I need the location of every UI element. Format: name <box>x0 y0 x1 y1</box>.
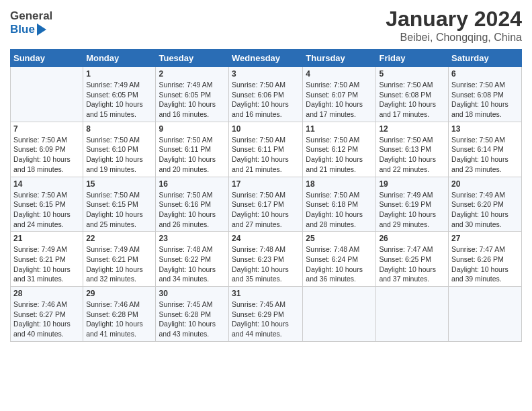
cell-info: Sunrise: 7:50 AM Sunset: 6:11 PM Dayligh… <box>232 135 300 175</box>
daylight-text: Daylight: 10 hours and 25 minutes. <box>86 210 143 228</box>
calendar-cell: 26 Sunrise: 7:47 AM Sunset: 6:25 PM Dayl… <box>376 232 449 287</box>
header-friday: Friday <box>376 50 449 67</box>
daylight-text: Daylight: 10 hours and 24 minutes. <box>13 210 71 228</box>
daylight-text: Daylight: 10 hours and 18 minutes. <box>13 155 71 173</box>
sunset-text: Sunset: 6:24 PM <box>306 255 358 263</box>
sunrise-text: Sunrise: 7:50 AM <box>451 136 505 144</box>
header-saturday: Saturday <box>449 50 522 67</box>
daylight-text: Daylight: 10 hours and 16 minutes. <box>159 100 216 118</box>
calendar-cell <box>11 67 83 122</box>
sunset-text: Sunset: 6:11 PM <box>159 145 211 153</box>
sunrise-text: Sunrise: 7:47 AM <box>379 245 433 253</box>
sunset-text: Sunset: 6:15 PM <box>86 200 138 208</box>
sunrise-text: Sunrise: 7:48 AM <box>159 245 212 253</box>
day-number: 10 <box>232 124 300 134</box>
calendar-cell: 4 Sunrise: 7:50 AM Sunset: 6:07 PM Dayli… <box>303 67 376 122</box>
cell-info: Sunrise: 7:50 AM Sunset: 6:08 PM Dayligh… <box>451 80 519 120</box>
daylight-text: Daylight: 10 hours and 43 minutes. <box>159 320 216 338</box>
calendar-cell: 3 Sunrise: 7:50 AM Sunset: 6:06 PM Dayli… <box>229 67 303 122</box>
daylight-text: Daylight: 10 hours and 18 minutes. <box>451 100 508 118</box>
day-number: 26 <box>379 234 445 243</box>
day-number: 18 <box>306 179 373 189</box>
sunset-text: Sunset: 6:21 PM <box>86 255 138 263</box>
calendar-table: Sunday Monday Tuesday Wednesday Thursday… <box>10 49 522 342</box>
logo-blue: Blue <box>10 23 35 36</box>
calendar-cell: 1 Sunrise: 7:49 AM Sunset: 6:05 PM Dayli… <box>83 67 156 122</box>
daylight-text: Daylight: 10 hours and 40 minutes. <box>13 320 71 338</box>
sunrise-text: Sunrise: 7:49 AM <box>86 245 140 253</box>
cell-info: Sunrise: 7:50 AM Sunset: 6:10 PM Dayligh… <box>86 135 152 175</box>
sunrise-text: Sunrise: 7:48 AM <box>306 245 359 253</box>
calendar-cell: 24 Sunrise: 7:48 AM Sunset: 6:23 PM Dayl… <box>229 232 303 287</box>
day-number: 3 <box>232 69 300 79</box>
calendar-week-row: 7 Sunrise: 7:50 AM Sunset: 6:09 PM Dayli… <box>11 122 522 177</box>
sunset-text: Sunset: 6:28 PM <box>86 310 138 318</box>
sunrise-text: Sunrise: 7:50 AM <box>86 136 140 144</box>
day-number: 29 <box>86 289 152 298</box>
calendar-cell: 21 Sunrise: 7:49 AM Sunset: 6:21 PM Dayl… <box>11 232 83 287</box>
sunset-text: Sunset: 6:08 PM <box>379 91 431 99</box>
header: General Blue January 2024 Beibei, Chongq… <box>10 7 522 44</box>
day-number: 16 <box>159 179 226 189</box>
cell-info: Sunrise: 7:48 AM Sunset: 6:23 PM Dayligh… <box>232 244 300 284</box>
sunrise-text: Sunrise: 7:50 AM <box>232 191 285 199</box>
day-number: 25 <box>306 234 373 243</box>
daylight-text: Daylight: 10 hours and 29 minutes. <box>379 210 436 228</box>
calendar-cell: 18 Sunrise: 7:50 AM Sunset: 6:18 PM Dayl… <box>303 177 376 232</box>
daylight-text: Daylight: 10 hours and 35 minutes. <box>232 265 289 283</box>
cell-info: Sunrise: 7:50 AM Sunset: 6:12 PM Dayligh… <box>306 135 373 175</box>
cell-info: Sunrise: 7:50 AM Sunset: 6:11 PM Dayligh… <box>159 135 226 175</box>
day-number: 7 <box>13 124 80 134</box>
sunset-text: Sunset: 6:08 PM <box>451 91 504 99</box>
calendar-cell: 7 Sunrise: 7:50 AM Sunset: 6:09 PM Dayli… <box>11 122 83 177</box>
calendar-cell: 8 Sunrise: 7:50 AM Sunset: 6:10 PM Dayli… <box>83 122 156 177</box>
cell-info: Sunrise: 7:50 AM Sunset: 6:09 PM Dayligh… <box>13 135 80 175</box>
daylight-text: Daylight: 10 hours and 34 minutes. <box>159 265 216 283</box>
day-number: 30 <box>159 289 226 298</box>
day-number: 9 <box>159 124 226 134</box>
cell-info: Sunrise: 7:50 AM Sunset: 6:08 PM Dayligh… <box>379 80 445 120</box>
cell-info: Sunrise: 7:49 AM Sunset: 6:21 PM Dayligh… <box>86 244 152 284</box>
daylight-text: Daylight: 10 hours and 32 minutes. <box>86 265 143 283</box>
daylight-text: Daylight: 10 hours and 26 minutes. <box>159 210 216 228</box>
cell-info: Sunrise: 7:50 AM Sunset: 6:14 PM Dayligh… <box>451 135 519 175</box>
cell-info: Sunrise: 7:49 AM Sunset: 6:20 PM Dayligh… <box>451 190 519 230</box>
calendar-cell: 25 Sunrise: 7:48 AM Sunset: 6:24 PM Dayl… <box>303 232 376 287</box>
calendar-cell: 12 Sunrise: 7:50 AM Sunset: 6:13 PM Dayl… <box>376 122 449 177</box>
sunset-text: Sunset: 6:15 PM <box>13 200 66 208</box>
cell-info: Sunrise: 7:48 AM Sunset: 6:22 PM Dayligh… <box>159 244 226 284</box>
calendar-cell: 6 Sunrise: 7:50 AM Sunset: 6:08 PM Dayli… <box>449 67 522 122</box>
sunrise-text: Sunrise: 7:46 AM <box>13 300 67 308</box>
calendar-cell: 9 Sunrise: 7:50 AM Sunset: 6:11 PM Dayli… <box>156 122 229 177</box>
sunrise-text: Sunrise: 7:50 AM <box>306 191 359 199</box>
day-number: 12 <box>379 124 445 134</box>
cell-info: Sunrise: 7:50 AM Sunset: 6:06 PM Dayligh… <box>232 80 300 120</box>
sunrise-text: Sunrise: 7:49 AM <box>451 191 505 199</box>
cell-info: Sunrise: 7:49 AM Sunset: 6:19 PM Dayligh… <box>379 190 445 230</box>
daylight-text: Daylight: 10 hours and 23 minutes. <box>451 155 508 173</box>
sunset-text: Sunset: 6:05 PM <box>159 91 211 99</box>
day-number: 5 <box>379 69 445 79</box>
sunset-text: Sunset: 6:27 PM <box>13 310 66 318</box>
calendar-week-row: 21 Sunrise: 7:49 AM Sunset: 6:21 PM Dayl… <box>11 232 522 287</box>
cell-info: Sunrise: 7:49 AM Sunset: 6:05 PM Dayligh… <box>86 80 152 120</box>
daylight-text: Daylight: 10 hours and 30 minutes. <box>451 210 508 228</box>
daylight-text: Daylight: 10 hours and 41 minutes. <box>86 320 143 338</box>
sunrise-text: Sunrise: 7:49 AM <box>159 81 212 89</box>
sunrise-text: Sunrise: 7:48 AM <box>232 245 285 253</box>
calendar-cell <box>303 287 376 342</box>
cell-info: Sunrise: 7:50 AM Sunset: 6:07 PM Dayligh… <box>306 80 373 120</box>
day-number: 28 <box>13 289 80 298</box>
sunrise-text: Sunrise: 7:46 AM <box>86 300 140 308</box>
cell-info: Sunrise: 7:50 AM Sunset: 6:13 PM Dayligh… <box>379 135 445 175</box>
day-number: 8 <box>86 124 152 134</box>
cell-info: Sunrise: 7:50 AM Sunset: 6:15 PM Dayligh… <box>13 190 80 230</box>
day-number: 14 <box>13 179 80 189</box>
sunrise-text: Sunrise: 7:50 AM <box>379 136 433 144</box>
calendar-cell: 11 Sunrise: 7:50 AM Sunset: 6:12 PM Dayl… <box>303 122 376 177</box>
calendar-cell: 23 Sunrise: 7:48 AM Sunset: 6:22 PM Dayl… <box>156 232 229 287</box>
daylight-text: Daylight: 10 hours and 17 minutes. <box>306 100 363 118</box>
calendar-title: January 2024 <box>386 7 522 32</box>
cell-info: Sunrise: 7:49 AM Sunset: 6:21 PM Dayligh… <box>13 244 80 284</box>
daylight-text: Daylight: 10 hours and 27 minutes. <box>232 210 289 228</box>
